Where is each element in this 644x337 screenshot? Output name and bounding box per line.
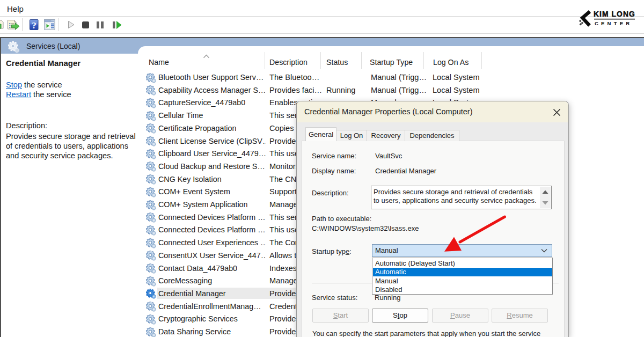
svg-text:KIM LONG: KIM LONG: [594, 10, 635, 18]
svg-text:CENTER: CENTER: [595, 20, 632, 26]
svg-text:?: ?: [32, 20, 36, 31]
